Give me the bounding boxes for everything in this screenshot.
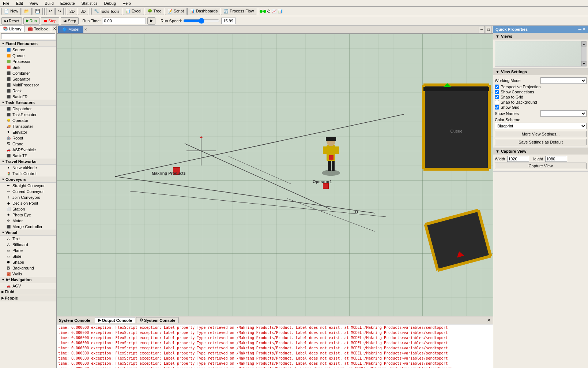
group-travel-networks-header[interactable]: ▼ Travel Networks bbox=[0, 159, 56, 165]
save-settings-button[interactable]: Save Settings as Default bbox=[495, 139, 587, 145]
item-shape[interactable]: ⬟Shape bbox=[0, 259, 56, 265]
group-visual-header[interactable]: ▼ Visual bbox=[0, 230, 56, 236]
reset-button[interactable]: ⏮ Reset bbox=[1, 17, 22, 25]
product-cube-operator[interactable] bbox=[323, 183, 329, 189]
excel-button[interactable]: 📊 Excel bbox=[123, 8, 144, 15]
group-a-navigation-header[interactable]: ▼ A* Navigation bbox=[0, 277, 56, 283]
stop-button[interactable]: ⏹ Stop bbox=[41, 17, 59, 25]
item-text[interactable]: AText bbox=[0, 236, 56, 242]
snap-to-grid-checkbox[interactable] bbox=[495, 95, 499, 99]
item-join-conveyors[interactable]: ⤴Join Conveyors bbox=[0, 194, 56, 200]
item-queue[interactable]: 🟧Queue bbox=[0, 53, 56, 59]
viewport-maximize[interactable]: □ bbox=[486, 26, 491, 33]
item-trafficcontrol[interactable]: 🚦TrafficControl bbox=[0, 171, 56, 176]
item-operator[interactable]: 👷Operator bbox=[0, 118, 56, 123]
item-rack[interactable]: ⬛Rack bbox=[0, 88, 56, 94]
snap-to-bg-checkbox[interactable] bbox=[495, 100, 499, 104]
item-dispatcher[interactable]: ⬛Dispatcher bbox=[0, 106, 56, 112]
open-button[interactable]: 📂 bbox=[22, 8, 32, 15]
item-billboard[interactable]: ABillboard bbox=[0, 242, 56, 248]
item-processor[interactable]: 🟩Processor bbox=[0, 59, 56, 64]
model-tab-button[interactable]: 🔷 Model bbox=[58, 26, 83, 33]
operator-figure[interactable] bbox=[320, 133, 342, 177]
item-walls[interactable]: 🧱Walls bbox=[0, 271, 56, 277]
conveyor-system-right[interactable]: Queue bbox=[420, 81, 493, 176]
menu-edit[interactable]: Edit bbox=[15, 1, 24, 5]
model-tab-close[interactable]: ✕ bbox=[84, 27, 87, 31]
tools-button[interactable]: 🔧 ToolsTools bbox=[91, 8, 122, 15]
rp-close-button[interactable]: ✕ bbox=[582, 27, 586, 32]
conveyor-system-bottom-right[interactable] bbox=[423, 208, 493, 273]
item-combiner[interactable]: ⬛Combiner bbox=[0, 70, 56, 76]
item-merge-controller[interactable]: ⬛Merge Controller bbox=[0, 224, 56, 230]
item-separator[interactable]: ⬛Separator bbox=[0, 76, 56, 82]
show-grid-checkbox[interactable] bbox=[495, 105, 499, 109]
views-scroll-up[interactable]: ▲ bbox=[581, 41, 587, 47]
show-connections-checkbox[interactable] bbox=[495, 90, 499, 94]
width-input[interactable] bbox=[507, 156, 529, 162]
undo-button[interactable]: ↩ bbox=[46, 8, 54, 15]
save-button[interactable]: 💾 bbox=[33, 8, 43, 15]
item-background[interactable]: 🖼Background bbox=[0, 265, 56, 271]
menu-execute[interactable]: Execute bbox=[59, 1, 76, 5]
height-input[interactable] bbox=[545, 156, 567, 162]
item-curved-conveyor[interactable]: ↪Curved Conveyor bbox=[0, 189, 56, 194]
toolbox-tab[interactable]: 🧰 Toolbox bbox=[25, 26, 51, 32]
perspective-checkbox[interactable] bbox=[495, 85, 499, 89]
run-speed-input[interactable] bbox=[221, 18, 236, 24]
dashboards-button[interactable]: 📊 Dashboards bbox=[187, 8, 220, 15]
item-motor[interactable]: ⚙Motor bbox=[0, 218, 56, 224]
group-people-header[interactable]: ▶ People bbox=[0, 295, 56, 301]
item-plane[interactable]: ▭Plane bbox=[0, 248, 56, 253]
run-time-go[interactable]: ▶ bbox=[147, 17, 155, 25]
item-robot[interactable]: 🤖Robot bbox=[0, 135, 56, 141]
process-flow-button[interactable]: 🔄 Process Flow bbox=[221, 8, 256, 15]
menu-file[interactable]: File bbox=[1, 1, 11, 5]
group-fluid-header[interactable]: ▶ Fluid bbox=[0, 289, 56, 295]
item-basicfr[interactable]: ⬛BasicFR bbox=[0, 94, 56, 100]
item-taskexecuter[interactable]: ⬛TaskExecuter bbox=[0, 112, 56, 118]
item-source[interactable]: 🟦Source bbox=[0, 47, 56, 53]
capture-view-button[interactable]: Capture View bbox=[495, 163, 587, 169]
more-view-settings-button[interactable]: More View Settings... bbox=[495, 131, 587, 137]
color-scheme-select[interactable]: Blueprint bbox=[495, 123, 587, 129]
run-time-input[interactable] bbox=[102, 18, 146, 24]
lib-search-input[interactable] bbox=[1, 33, 55, 39]
group-task-executers-header[interactable]: ▼ Task Executers bbox=[0, 100, 56, 106]
item-basicte[interactable]: ⬛BasicTE bbox=[0, 153, 56, 159]
2d-button[interactable]: 2D bbox=[67, 8, 77, 15]
item-elevator[interactable]: ⬆Elevator bbox=[0, 129, 56, 135]
item-decision-point[interactable]: ◆Decision Point bbox=[0, 200, 56, 206]
item-multiprocessor[interactable]: ⬛MultiProcessor bbox=[0, 82, 56, 88]
menu-debug[interactable]: Debug bbox=[103, 1, 117, 5]
item-networknode[interactable]: ●NetworkNode bbox=[0, 165, 56, 171]
console-close-button[interactable]: ✕ bbox=[487, 318, 491, 323]
redo-button[interactable]: ↪ bbox=[55, 8, 64, 15]
item-transporter[interactable]: 🚚Transporter bbox=[0, 123, 56, 129]
item-station[interactable]: ⬜Station bbox=[0, 206, 56, 212]
viewport[interactable]: Queue bbox=[57, 34, 493, 316]
system-console-tab[interactable]: ⚙ System Console bbox=[136, 317, 179, 323]
item-agv[interactable]: 🚗AGV bbox=[0, 283, 56, 289]
step-button[interactable]: ⏭ Step bbox=[61, 17, 79, 25]
run-speed-slider[interactable] bbox=[183, 18, 220, 24]
script-button[interactable]: 📝 Script bbox=[165, 8, 186, 15]
3d-button[interactable]: 3D bbox=[78, 8, 88, 15]
item-asrsvehicle[interactable]: 🚗ASRSvehicle bbox=[0, 147, 56, 153]
views-scrollbar[interactable]: ▲ ▼ bbox=[581, 41, 586, 66]
item-straight-conveyor[interactable]: ➡Straight Conveyor bbox=[0, 183, 56, 189]
capture-view-header[interactable]: ▼ Capture View bbox=[493, 148, 588, 155]
output-console-tab[interactable]: ▶ Output Console bbox=[95, 317, 136, 323]
views-scroll-down[interactable]: ▼ bbox=[581, 61, 587, 66]
new-button[interactable]: 📄 New bbox=[1, 8, 21, 15]
viewport-minimize[interactable]: ─ bbox=[479, 26, 485, 33]
item-sink[interactable]: 🟥Sink bbox=[0, 64, 56, 70]
item-crane[interactable]: 🏗Crane bbox=[0, 141, 56, 147]
cursor-position[interactable] bbox=[355, 210, 358, 214]
library-tab[interactable]: 📚 Library bbox=[0, 26, 25, 32]
rp-minimize-button[interactable]: ─ bbox=[578, 27, 581, 32]
console-content[interactable]: time: 0.000000 exception: FlexScript exc… bbox=[57, 324, 493, 368]
views-section-header[interactable]: ▼ Views bbox=[493, 33, 588, 40]
show-names-select[interactable] bbox=[540, 110, 587, 117]
group-fixed-resources-header[interactable]: ▼ Fixed Resources bbox=[0, 41, 56, 47]
